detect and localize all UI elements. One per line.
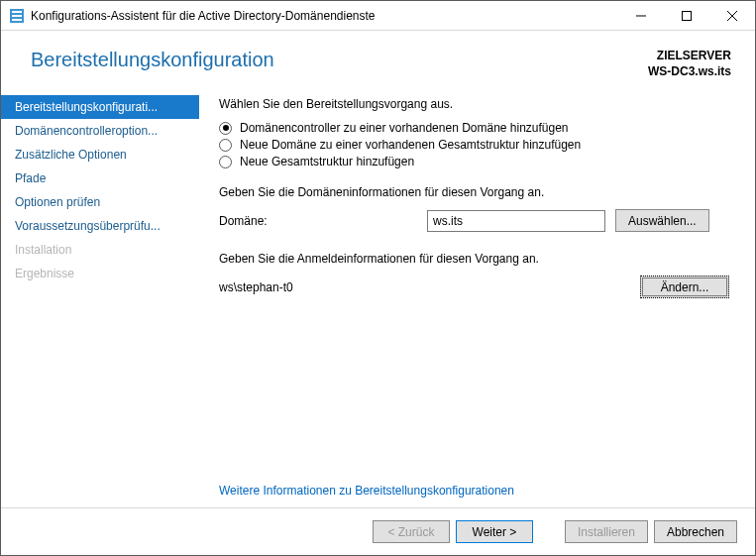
cancel-button[interactable]: Abbrechen [654, 520, 737, 543]
svg-rect-5 [683, 11, 692, 20]
body: Bereitstellungskonfigurati... Domänencon… [1, 89, 755, 507]
radio-new-domain-existing-forest[interactable]: Neue Domäne zu einer vorhandenen Gesamts… [219, 138, 729, 152]
page-title: Bereitstellungskonfiguration [31, 49, 274, 71]
install-button: Installieren [565, 520, 648, 543]
svg-rect-2 [12, 15, 22, 17]
sidebar: Bereitstellungskonfigurati... Domänencon… [1, 89, 199, 507]
radio-icon [219, 139, 232, 152]
sidebar-item-results: Ergebnisse [1, 262, 199, 285]
radio-icon [219, 156, 232, 168]
titlebar: Konfigurations-Assistent für die Active … [1, 1, 755, 31]
sidebar-item-additional-options[interactable]: Zusätzliche Optionen [1, 143, 199, 167]
more-info-link[interactable]: Weitere Informationen zu Bereitstellungs… [219, 484, 514, 498]
radio-label: Neue Domäne zu einer vorhandenen Gesamts… [240, 138, 581, 152]
change-credentials-button[interactable]: Ändern... [640, 276, 729, 298]
sidebar-item-prereq-check[interactable]: Voraussetzungsüberprüfu... [1, 214, 199, 238]
credentials-value: ws\stephan-t0 [219, 280, 630, 294]
radio-label: Domänencontroller zu einer vorhandenen D… [240, 121, 569, 135]
domain-row: Domäne: Auswählen... [219, 209, 729, 232]
credentials-info-label: Geben Sie die Anmeldeinformationen für d… [219, 252, 729, 266]
svg-rect-3 [12, 19, 22, 21]
radio-add-dc-existing-domain[interactable]: Domänencontroller zu einer vorhandenen D… [219, 121, 729, 135]
credentials-row: ws\stephan-t0 Ändern... [219, 276, 729, 298]
target-server-value: WS-DC3.ws.its [648, 64, 731, 80]
select-domain-button[interactable]: Auswählen... [615, 209, 709, 232]
close-button[interactable] [709, 1, 755, 30]
radio-label: Neue Gesamtstruktur hinzufügen [240, 155, 414, 168]
minimize-button[interactable] [618, 1, 664, 30]
domain-info-section: Geben Sie die Domäneninformationen für d… [219, 185, 729, 238]
window-buttons [618, 1, 755, 30]
operation-section: Wählen Sie den Bereitstellungsvorgang au… [219, 97, 729, 171]
sidebar-item-installation: Installation [1, 238, 199, 262]
maximize-button[interactable] [664, 1, 709, 30]
app-icon [9, 8, 25, 24]
sidebar-item-review-options[interactable]: Optionen prüfen [1, 190, 199, 214]
sidebar-item-deployment-config[interactable]: Bereitstellungskonfigurati... [1, 95, 199, 119]
target-server-label: ZIELSERVER [648, 49, 731, 64]
back-button[interactable]: < Zurück [373, 520, 450, 543]
window-title: Konfigurations-Assistent für die Active … [31, 9, 618, 23]
domain-label: Domäne: [219, 214, 417, 228]
next-button[interactable]: Weiter > [456, 520, 533, 543]
content-pane: Wählen Sie den Bereitstellungsvorgang au… [199, 89, 755, 507]
svg-rect-1 [12, 11, 22, 13]
select-operation-label: Wählen Sie den Bereitstellungsvorgang au… [219, 97, 729, 111]
radio-new-forest[interactable]: Neue Gesamtstruktur hinzufügen [219, 155, 729, 168]
domain-info-label: Geben Sie die Domäneninformationen für d… [219, 185, 729, 199]
footer: < Zurück Weiter > Installieren Abbrechen [1, 507, 755, 555]
radio-icon [219, 122, 232, 135]
more-info-link-row: Weitere Informationen zu Bereitstellungs… [219, 484, 729, 498]
sidebar-item-paths[interactable]: Pfade [1, 167, 199, 190]
credentials-section: Geben Sie die Anmeldeinformationen für d… [219, 252, 729, 304]
sidebar-item-dc-options[interactable]: Domänencontrolleroption... [1, 119, 199, 143]
domain-input[interactable] [427, 210, 605, 232]
page-header: Bereitstellungskonfiguration ZIELSERVER … [1, 31, 755, 89]
wizard-window: Konfigurations-Assistent für die Active … [0, 0, 756, 556]
target-server-block: ZIELSERVER WS-DC3.ws.its [648, 49, 731, 79]
